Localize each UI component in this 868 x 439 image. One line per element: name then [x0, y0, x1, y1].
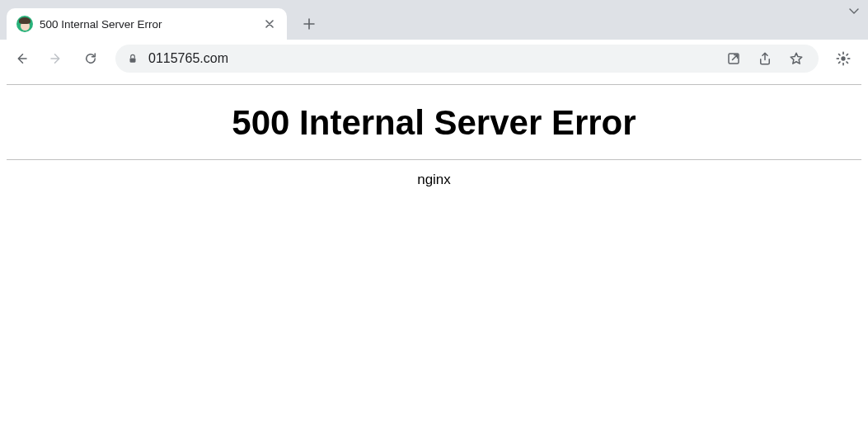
star-icon: [789, 51, 804, 66]
arrow-right-icon: [49, 51, 63, 66]
bookmark-button[interactable]: [786, 51, 807, 66]
server-name: nginx: [7, 160, 861, 188]
url-text: 0115765.com: [148, 51, 713, 66]
chevron-down-icon: [848, 7, 860, 15]
svg-rect-8: [838, 61, 842, 64]
forward-button[interactable]: [41, 44, 71, 73]
toolbar: 0115765.com: [0, 40, 868, 78]
new-tab-button[interactable]: [297, 12, 321, 36]
arrow-left-icon: [14, 51, 29, 66]
gear-icon: [835, 50, 852, 67]
svg-point-2: [841, 56, 845, 60]
svg-rect-6: [847, 58, 850, 59]
share-icon: [758, 51, 772, 66]
tab-close-button[interactable]: [262, 17, 277, 31]
browser-tab[interactable]: 500 Internal Server Error: [7, 8, 287, 40]
svg-rect-10: [846, 61, 849, 64]
open-external-button[interactable]: [723, 51, 744, 66]
share-button[interactable]: [754, 51, 776, 66]
svg-rect-4: [842, 63, 844, 65]
page-content: 500 Internal Server Error nginx: [0, 78, 868, 195]
back-button[interactable]: [7, 44, 36, 73]
plus-icon: [303, 18, 315, 30]
reload-icon: [83, 51, 98, 66]
tab-title: 500 Internal Server Error: [40, 18, 256, 31]
address-bar[interactable]: 0115765.com: [115, 45, 819, 73]
svg-rect-9: [838, 54, 842, 57]
svg-rect-3: [842, 52, 844, 54]
tab-strip: 500 Internal Server Error: [0, 0, 868, 40]
open-external-icon: [726, 51, 741, 66]
favicon-icon: [16, 16, 33, 32]
svg-rect-0: [130, 58, 136, 62]
svg-rect-5: [837, 58, 839, 59]
lock-icon: [127, 53, 138, 64]
close-icon: [265, 20, 274, 28]
settings-button[interactable]: [828, 44, 858, 73]
error-heading: 500 Internal Server Error: [7, 85, 861, 159]
reload-button[interactable]: [76, 44, 106, 73]
window-dropdown-button[interactable]: [848, 3, 860, 18]
svg-rect-7: [846, 54, 849, 57]
